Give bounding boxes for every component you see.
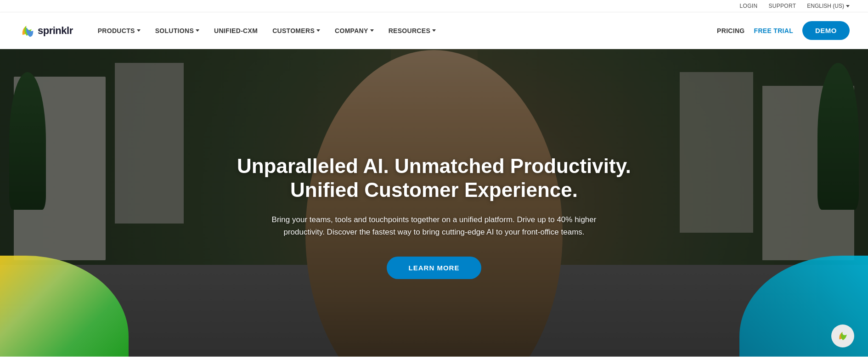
- nav-products[interactable]: PRODUCTS: [91, 22, 147, 39]
- support-link[interactable]: SUPPORT: [768, 3, 796, 9]
- logo-link[interactable]: sprinklr: [18, 22, 73, 39]
- demo-button[interactable]: DEMO: [802, 21, 850, 40]
- language-label: ENGLISH (US): [807, 3, 844, 9]
- login-link[interactable]: LOGIN: [740, 3, 758, 9]
- hero-content: Unparalleled AI. Unmatched Productivity.…: [0, 49, 868, 357]
- sprinklr-mini-icon: [836, 329, 850, 343]
- nav-unified-cxm[interactable]: UNIFIED-CXM: [208, 22, 264, 39]
- nav-company[interactable]: COMPANY: [328, 22, 380, 39]
- chevron-down-icon: [370, 29, 374, 32]
- nav-links: PRODUCTS SOLUTIONS UNIFIED-CXM CUSTOMERS…: [91, 22, 717, 39]
- hero-section: Unparalleled AI. Unmatched Productivity.…: [0, 49, 868, 357]
- free-trial-link[interactable]: FREE TRIAL: [754, 27, 793, 34]
- nav-right-section: PRICING FREE TRIAL DEMO: [717, 21, 850, 40]
- logo-text: sprinklr: [38, 25, 73, 37]
- bottom-right-icon: [831, 324, 854, 347]
- sprinklr-logo-icon: [18, 22, 35, 39]
- hero-headline: Unparalleled AI. Unmatched Productivity.…: [237, 154, 631, 203]
- learn-more-button[interactable]: LEARN MORE: [387, 257, 482, 279]
- nav-solutions[interactable]: SOLUTIONS: [149, 22, 206, 39]
- main-navigation: sprinklr PRODUCTS SOLUTIONS UNIFIED-CXM …: [0, 12, 868, 49]
- top-bar: LOGIN SUPPORT ENGLISH (US): [0, 0, 868, 12]
- language-selector[interactable]: ENGLISH (US): [807, 3, 850, 9]
- hero-subtext: Bring your teams, tools and touchpoints …: [259, 213, 609, 238]
- nav-resources[interactable]: RESOURCES: [382, 22, 442, 39]
- pricing-link[interactable]: PRICING: [717, 27, 744, 34]
- chevron-down-icon: [432, 29, 436, 32]
- nav-customers[interactable]: CUSTOMERS: [266, 22, 327, 39]
- chevron-down-icon: [196, 29, 199, 32]
- chevron-down-icon: [137, 29, 141, 32]
- chevron-down-icon: [316, 29, 320, 32]
- chevron-down-icon: [846, 5, 850, 7]
